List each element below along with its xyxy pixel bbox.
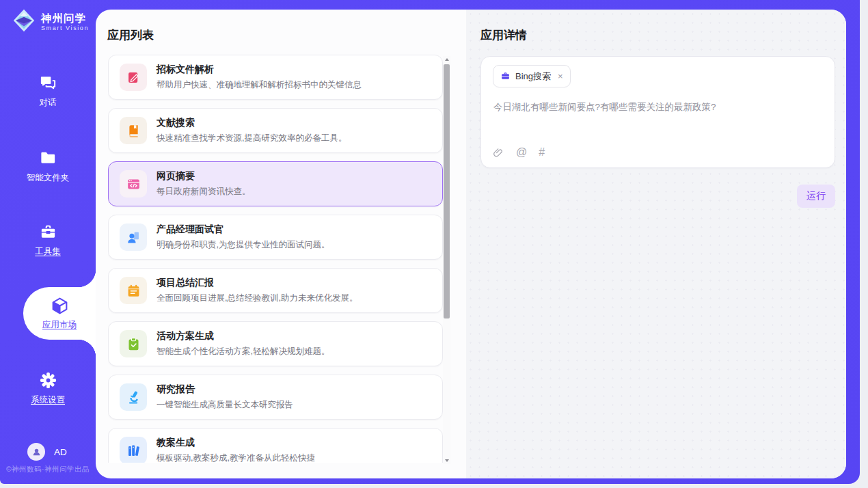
sidebar: 神州问学 Smart Vision 对话智能文件夹工具集应用市场系统设置 AD … [0, 0, 96, 484]
composer-toolbar: @ # [493, 146, 545, 159]
app-card-description: 全面回顾项目进展,总结经验教训,助力未来优化发展。 [157, 293, 357, 304]
tool-tag-bing[interactable]: Bing搜索 × [493, 65, 571, 87]
scroll-down-arrow[interactable] [443, 457, 450, 464]
sidebar-item-label: 工具集 [35, 246, 61, 258]
cube-icon [50, 297, 70, 316]
sidebar-item-1[interactable]: 对话 [0, 73, 96, 109]
interviewer-icon [120, 223, 147, 251]
calendar-icon [120, 277, 147, 304]
app-list-title: 应用列表 [107, 27, 154, 43]
sidebar-item-4[interactable]: 应用市场 [23, 287, 96, 340]
microscope-icon [120, 383, 147, 411]
sidebar-item-label: 对话 [40, 97, 57, 109]
scrollbar-thumb[interactable] [444, 64, 450, 318]
app-list: 招标文件解析帮助用户快速、准确地理解和解析招标书中的关键信息文献搜索快速精准查找… [108, 55, 443, 463]
brand: 神州问学 Smart Vision [11, 8, 89, 36]
person-icon [31, 447, 42, 457]
browser-code-icon [120, 170, 147, 198]
app-card-3[interactable]: 网页摘要每日政府新闻资讯快查。 [108, 161, 443, 206]
prompt-input[interactable]: 今日湖北有哪些新闻要点?有哪些需要关注的最新政策? [493, 100, 821, 114]
run-button[interactable]: 运行 [797, 185, 835, 208]
avatar[interactable] [27, 443, 45, 461]
sidebar-item-label: 智能文件夹 [27, 172, 70, 184]
scroll-up-arrow[interactable] [443, 56, 450, 63]
brand-logo-icon [11, 8, 37, 36]
copyright-text: ©神州数码·神州问学出品 [0, 465, 96, 474]
user-initials: AD [54, 447, 67, 457]
app-card-description: 帮助用户快速、准确地理解和解析招标书中的关键信息 [157, 79, 362, 91]
sidebar-item-label: 应用市场 [42, 319, 77, 331]
content-area: 应用列表 招标文件解析帮助用户快速、准确地理解和解析招标书中的关键信息文献搜索快… [96, 10, 846, 478]
sidebar-item-5[interactable]: 系统设置 [0, 370, 96, 406]
app-card-title: 教案生成 [157, 437, 315, 449]
app-card-title: 文献搜索 [157, 117, 347, 129]
app-card-title: 研究报告 [157, 383, 293, 396]
clipboard-check-icon [120, 330, 147, 357]
sidebar-item-2[interactable]: 智能文件夹 [0, 148, 96, 184]
tag-close-icon[interactable]: × [558, 72, 563, 81]
app-card-2[interactable]: 文献搜索快速精准查找学术资源,提高研究效率的必备工具。 [108, 108, 443, 153]
at-icon[interactable]: @ [516, 146, 527, 159]
toolbox-icon [39, 222, 57, 241]
tool-tag-label: Bing搜索 [515, 70, 551, 83]
app-card-4[interactable]: 产品经理面试官明确身份和职责,为您提供专业性的面试问题。 [108, 215, 443, 260]
hash-icon[interactable]: # [539, 146, 545, 159]
app-card-description: 快速精准查找学术资源,提高研究效率的必备工具。 [157, 133, 347, 144]
sidebar-item-label: 系统设置 [31, 394, 65, 406]
app-card-5[interactable]: 项目总结汇报全面回顾项目进展,总结经验教训,助力未来优化发展。 [108, 268, 443, 313]
scrollbar[interactable] [443, 56, 450, 464]
document-edit-icon [120, 64, 147, 91]
app-detail-panel: 应用详情 Bing搜索 × 今日湖北有哪些新闻要点?有哪些需要关注的最新政策? [466, 10, 846, 478]
paperclip-icon[interactable] [493, 147, 504, 159]
app-card-description: 智能生成个性化活动方案,轻松解决规划难题。 [157, 346, 329, 357]
app-card-title: 项目总结汇报 [157, 277, 357, 289]
app-card-title: 网页摘要 [157, 170, 251, 182]
app-card-title: 招标文件解析 [157, 64, 362, 76]
app-card-7[interactable]: 研究报告一键智能生成高质量长文本研究报告 [108, 375, 443, 420]
app-card-6[interactable]: 活动方案生成智能生成个性化活动方案,轻松解决规划难题。 [108, 321, 443, 366]
book-icon [120, 117, 147, 144]
gear-icon [39, 370, 57, 390]
chat-icon [39, 73, 57, 92]
app-card-description: 模板驱动,教案秒成,教学准备从此轻松快捷 [157, 452, 315, 463]
briefcase-icon [500, 71, 511, 81]
brand-name: 神州问学 [41, 12, 89, 25]
app-card-title: 产品经理面试官 [157, 223, 329, 236]
app-card-8[interactable]: 教案生成模板驱动,教案秒成,教学准备从此轻松快捷 [108, 428, 443, 463]
folder-icon [39, 148, 57, 167]
app-card-description: 一键智能生成高质量长文本研究报告 [157, 399, 293, 411]
books-icon [120, 437, 147, 463]
app-card-description: 每日政府新闻资讯快查。 [157, 186, 251, 198]
app-detail-title: 应用详情 [480, 27, 527, 43]
brand-tagline: Smart Vision [41, 25, 89, 31]
app-card-1[interactable]: 招标文件解析帮助用户快速、准确地理解和解析招标书中的关键信息 [108, 55, 443, 100]
app-card-title: 活动方案生成 [157, 330, 329, 342]
user-row[interactable]: AD [27, 443, 67, 461]
app-card-description: 明确身份和职责,为您提供专业性的面试问题。 [157, 239, 329, 251]
app-shell: 神州问学 Smart Vision 对话智能文件夹工具集应用市场系统设置 AD … [0, 0, 860, 484]
prompt-composer[interactable]: Bing搜索 × 今日湖北有哪些新闻要点?有哪些需要关注的最新政策? @ # [480, 56, 835, 168]
sidebar-item-3[interactable]: 工具集 [0, 222, 96, 258]
